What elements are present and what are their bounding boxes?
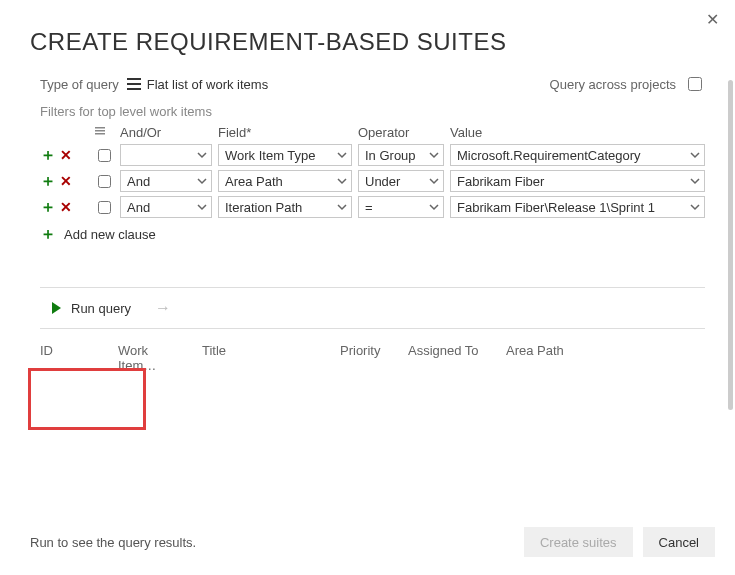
create-suites-button[interactable]: Create suites <box>524 527 633 557</box>
svg-rect-0 <box>127 78 141 80</box>
grip-icon <box>94 125 106 137</box>
add-row-icon[interactable]: ＋ <box>40 173 56 189</box>
field-dropdown[interactable]: Iteration Path <box>218 196 352 218</box>
chevron-down-icon <box>690 150 700 160</box>
header-value: Value <box>450 125 705 140</box>
run-query-button[interactable]: Run query <box>42 297 141 320</box>
add-row-icon[interactable]: ＋ <box>40 199 56 215</box>
col-workitem: Work Item… <box>118 343 184 373</box>
svg-rect-4 <box>95 130 105 132</box>
create-suites-dialog: ✕ CREATE REQUIREMENT-BASED SUITES Type o… <box>0 0 735 575</box>
andor-dropdown[interactable] <box>120 144 212 166</box>
header-operator: Operator <box>358 125 450 140</box>
operator-dropdown[interactable]: In Group <box>358 144 444 166</box>
col-assigned: Assigned To <box>408 343 488 373</box>
svg-rect-5 <box>95 133 105 135</box>
value-dropdown[interactable]: Fabrikam Fiber\Release 1\Sprint 1 <box>450 196 705 218</box>
close-icon[interactable]: ✕ <box>706 10 719 29</box>
col-area: Area Path <box>506 343 564 373</box>
col-priority: Priority <box>340 343 390 373</box>
run-query-label: Run query <box>71 301 131 316</box>
flat-list-icon <box>127 78 141 90</box>
svg-rect-1 <box>127 83 141 85</box>
col-title: Title <box>202 343 322 373</box>
dialog-content: Type of query Flat list of work items Qu… <box>0 66 735 373</box>
query-type-selector[interactable]: Flat list of work items <box>127 77 268 92</box>
query-type-value: Flat list of work items <box>147 77 268 92</box>
scrollbar[interactable] <box>728 80 733 410</box>
field-dropdown[interactable]: Work Item Type <box>218 144 352 166</box>
operator-dropdown[interactable]: Under <box>358 170 444 192</box>
forward-arrow-icon: → <box>155 299 171 317</box>
value-dropdown[interactable]: Fabrikam Fiber <box>450 170 705 192</box>
footer-hint: Run to see the query results. <box>30 535 196 550</box>
filters-table: And/Or Field* Operator Value ＋ ✕ Work It… <box>40 125 705 243</box>
result-columns: ID Work Item… Title Priority Assigned To… <box>40 343 705 373</box>
dialog-title: CREATE REQUIREMENT-BASED SUITES <box>0 0 735 66</box>
chevron-down-icon <box>197 176 207 186</box>
filter-row: ＋ ✕ And Iteration Path = Fabrikam Fiber\… <box>40 194 705 220</box>
cross-projects-label: Query across projects <box>550 77 676 92</box>
row-checkbox[interactable] <box>98 201 111 214</box>
run-toolbar: Run query → <box>40 287 705 329</box>
add-new-clause-button[interactable]: ＋ Add new clause <box>40 226 156 242</box>
play-icon <box>52 302 61 314</box>
delete-row-icon[interactable]: ✕ <box>60 148 72 162</box>
delete-row-icon[interactable]: ✕ <box>60 174 72 188</box>
query-across-projects[interactable]: Query across projects <box>550 74 705 94</box>
svg-rect-3 <box>95 127 105 129</box>
chevron-down-icon <box>429 176 439 186</box>
col-id: ID <box>40 343 100 373</box>
filter-row: ＋ ✕ And Area Path Under Fabrikam Fiber <box>40 168 705 194</box>
operator-dropdown[interactable]: = <box>358 196 444 218</box>
chevron-down-icon <box>429 202 439 212</box>
chevron-down-icon <box>197 150 207 160</box>
add-row-icon[interactable]: ＋ <box>40 147 56 163</box>
svg-rect-2 <box>127 88 141 90</box>
chevron-down-icon <box>337 202 347 212</box>
filters-label: Filters for top level work items <box>40 104 705 119</box>
add-clause-label: Add new clause <box>64 227 156 242</box>
row-checkbox[interactable] <box>98 175 111 188</box>
plus-icon: ＋ <box>40 226 56 242</box>
chevron-down-icon <box>690 176 700 186</box>
cross-projects-checkbox[interactable] <box>688 77 702 91</box>
value-dropdown[interactable]: Microsoft.RequirementCategory <box>450 144 705 166</box>
row-checkbox[interactable] <box>98 149 111 162</box>
dialog-footer: Run to see the query results. Create sui… <box>30 527 715 557</box>
andor-dropdown[interactable]: And <box>120 196 212 218</box>
chevron-down-icon <box>337 150 347 160</box>
chevron-down-icon <box>429 150 439 160</box>
query-type-label: Type of query <box>40 77 119 92</box>
chevron-down-icon <box>197 202 207 212</box>
header-field: Field* <box>218 125 358 140</box>
cancel-button[interactable]: Cancel <box>643 527 715 557</box>
highlight-box <box>28 368 146 430</box>
query-type: Type of query Flat list of work items <box>40 77 268 92</box>
delete-row-icon[interactable]: ✕ <box>60 200 72 214</box>
andor-dropdown[interactable]: And <box>120 170 212 192</box>
chevron-down-icon <box>337 176 347 186</box>
field-dropdown[interactable]: Area Path <box>218 170 352 192</box>
chevron-down-icon <box>690 202 700 212</box>
header-andor: And/Or <box>120 125 218 140</box>
filter-row: ＋ ✕ Work Item Type In Group Microsoft.Re… <box>40 142 705 168</box>
